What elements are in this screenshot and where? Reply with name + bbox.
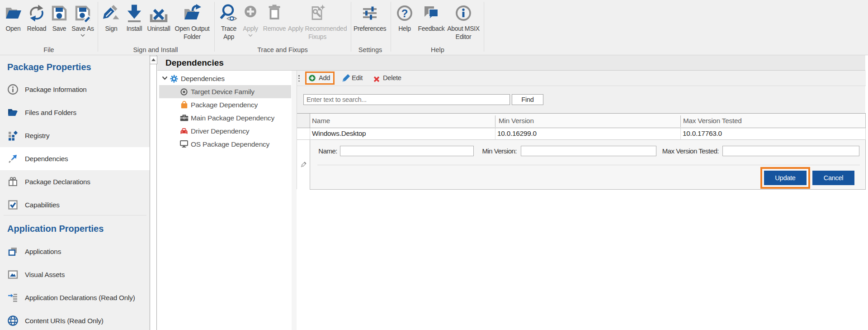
svg-text:?: ? — [401, 7, 408, 19]
